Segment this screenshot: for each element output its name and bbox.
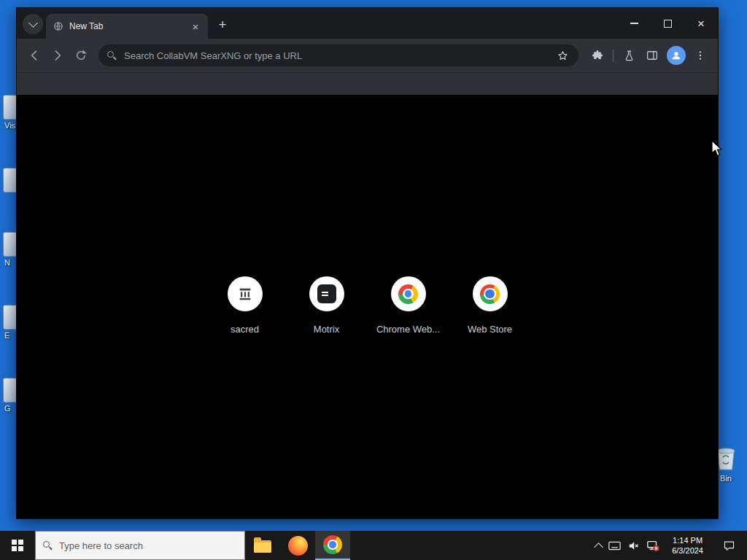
taskbar: 1:14 PM 6/3/2024 [0,531,747,560]
minimize-button[interactable] [617,8,651,39]
shortcut-icon-circle [309,276,344,311]
volume-button[interactable] [627,540,640,552]
keyboard-icon [608,541,621,551]
shortcut-icon-circle [228,276,263,311]
shortcut-label: Web Store [468,324,512,335]
new-tab-button[interactable]: + [212,14,233,34]
clock-time: 1:14 PM [672,535,703,545]
folder-icon [254,540,271,553]
shortcut-row: sacred Motrix Chrome Web... [17,276,718,335]
firefox-button[interactable] [280,531,315,560]
profile-avatar[interactable] [667,46,686,65]
window-controls: × [617,8,718,39]
address-input[interactable] [123,50,554,62]
back-icon [27,48,42,63]
shortcut-sacred[interactable]: sacred [204,276,286,335]
taskbar-clock[interactable]: 1:14 PM 6/3/2024 [666,535,709,556]
chevron-down-icon [28,18,38,28]
taskbar-search-input[interactable] [58,540,237,552]
action-center-icon [723,540,735,552]
tray-overflow-button[interactable] [595,541,602,551]
network-button[interactable] [646,539,659,552]
star-icon [557,50,569,62]
shortcut-icon-circle [391,276,426,311]
reload-icon [74,49,88,62]
chrome-button[interactable] [315,531,350,560]
motrix-icon [317,284,336,303]
reload-button[interactable] [69,44,93,67]
start-button[interactable] [0,531,35,560]
person-icon [670,50,682,61]
puzzle-icon [591,49,604,62]
bookmark-star-button[interactable] [554,47,570,63]
browser-titlebar: New Tab × + × [17,8,718,39]
bookmarks-bar [17,72,718,95]
maximize-button[interactable] [651,8,684,39]
address-bar[interactable] [98,44,578,66]
forward-button[interactable] [46,44,69,67]
forward-icon [50,48,65,63]
globe-favicon-icon [53,21,63,31]
action-center-button[interactable] [716,540,743,552]
shortcut-motrix[interactable]: Motrix [286,276,368,335]
desktop-icon-label: G [3,404,11,413]
shortcut-label: Chrome Web... [376,324,440,335]
tab-title: New Tab [69,21,189,31]
firefox-icon [288,536,308,556]
side-panel-button[interactable] [641,44,663,66]
shortcut-chrome-web-store[interactable]: Chrome Web... [368,276,449,335]
search-icon [107,51,116,60]
browser-window: New Tab × + × [16,7,719,519]
minimize-icon [630,23,638,23]
clock-date: 6/3/2024 [672,545,703,556]
search-icon [43,541,52,550]
side-panel-icon [646,49,659,62]
desktop-icon-label: N [3,258,10,267]
browser-toolbar [17,39,718,72]
shortcut-web-store[interactable]: Web Store [449,276,531,335]
browser-menu-button[interactable] [689,44,711,66]
chrome-icon [323,535,342,554]
system-tray: 1:14 PM 6/3/2024 [595,531,747,560]
touch-keyboard-button[interactable] [608,541,621,551]
new-tab-page: sacred Motrix Chrome Web... [17,95,718,518]
desktop: Vis N E G Bin [0,0,747,560]
tab-new-tab[interactable]: New Tab × [46,14,208,39]
kebab-menu-icon [694,50,706,61]
volume-muted-icon [627,540,640,552]
shortcut-icon-circle [473,276,508,311]
extensions-button[interactable] [587,44,608,66]
web-store-icon [480,284,500,304]
network-disconnected-icon [646,539,659,552]
windows-logo-icon [12,540,23,551]
chevron-up-icon [594,542,603,552]
toolbar-divider [613,50,614,62]
desktop-icon-label: E [3,331,9,340]
bank-icon [237,286,253,302]
shortcut-label: Motrix [314,324,339,335]
chrome-logo-icon [398,284,418,304]
file-explorer-button[interactable] [245,531,280,560]
beaker-icon [623,50,635,62]
back-button[interactable] [23,44,46,67]
tab-search-button[interactable] [23,14,43,34]
tab-close-button[interactable]: × [189,20,202,33]
taskbar-search[interactable] [35,531,245,560]
maximize-icon [664,20,672,28]
desktop-icon-label: Vis [3,121,15,130]
labs-button[interactable] [618,44,640,66]
recycle-bin-label: Bin [720,474,732,483]
shortcut-label: sacred [231,324,259,335]
close-window-button[interactable]: × [684,8,718,39]
